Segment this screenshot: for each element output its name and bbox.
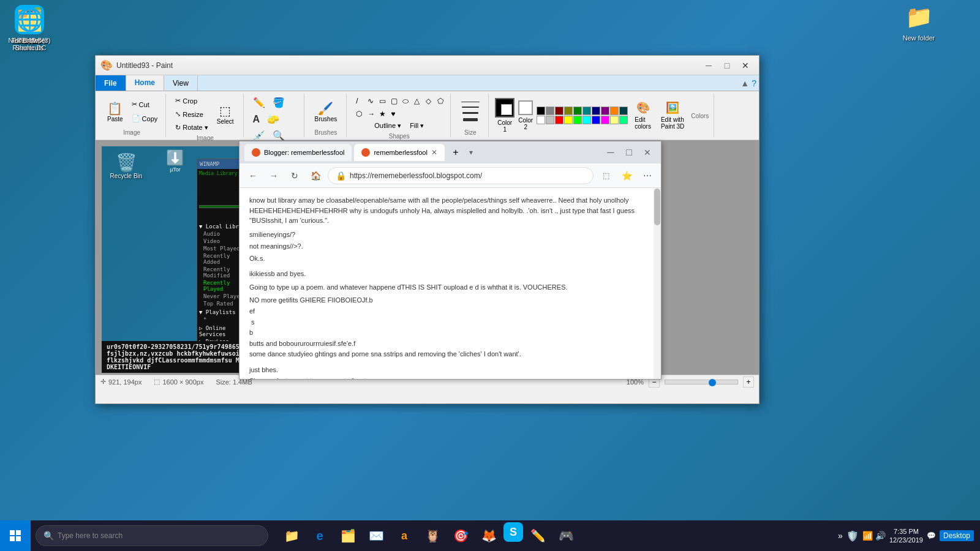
browser-extensions-button[interactable]: ⬚ xyxy=(597,167,614,184)
swatch-blue[interactable] xyxy=(592,116,600,124)
edit-colors-button[interactable]: 🎨 Editcolors xyxy=(631,99,654,132)
taskbar-search-box[interactable]: 🔍 Type here to search xyxy=(36,525,268,546)
diamond-shape[interactable]: ◇ xyxy=(423,95,434,107)
copy-button[interactable]: 📄 Copy xyxy=(129,113,161,124)
curve-shape[interactable]: ∿ xyxy=(364,95,375,107)
swatch-gray[interactable] xyxy=(546,107,554,115)
select-button[interactable]: ⬚ Select xyxy=(213,102,238,127)
eraser-button[interactable]: 🧽 xyxy=(264,111,282,127)
ribbon-tab-home[interactable]: Home xyxy=(126,75,164,91)
zoom-in-button[interactable]: + xyxy=(743,377,754,388)
swatch-yellow[interactable] xyxy=(564,116,573,124)
cut-button[interactable]: ✂ Cut xyxy=(129,99,161,110)
browser-url-bar[interactable]: 🔒 https://rememeberlessfool.blogspot.com… xyxy=(328,167,594,184)
taskbar-tripadvisor-button[interactable]: 🦉 xyxy=(419,522,446,549)
taskbar-expand-icon[interactable]: » xyxy=(838,531,843,541)
zoom-slider-thumb[interactable] xyxy=(709,379,716,386)
desktop-button[interactable]: Desktop xyxy=(940,530,974,541)
paste-button[interactable]: 📋 Paste xyxy=(103,99,127,124)
triangle-shape[interactable]: △ xyxy=(411,95,422,107)
browser-maximize-button[interactable]: □ xyxy=(620,144,638,161)
paint-maximize-button[interactable]: □ xyxy=(718,59,736,72)
browser-forward-button[interactable]: → xyxy=(265,167,282,184)
swatch-silver[interactable] xyxy=(546,116,554,124)
text-button[interactable]: A xyxy=(250,111,263,127)
swatch-green[interactable] xyxy=(573,107,582,115)
rect-shape[interactable]: ▭ xyxy=(376,95,387,107)
taskbar-clock[interactable]: 7:35 PM 12/23/2019 xyxy=(889,527,923,545)
network-icon[interactable]: 📶 xyxy=(862,531,873,541)
swatch-magenta[interactable] xyxy=(601,116,609,124)
browser-tab-1[interactable]: Blogger: rememberlessfool xyxy=(244,144,352,161)
tab-menu-button[interactable]: ▾ xyxy=(469,148,473,157)
swatch-lime[interactable] xyxy=(573,116,582,124)
resize-button[interactable]: ⤡ Resize xyxy=(172,108,211,120)
hexagon-shape[interactable]: ⬡ xyxy=(353,108,364,120)
browser-tab-2[interactable]: rememberlessfool ✕ xyxy=(354,144,444,161)
line-shape[interactable]: / xyxy=(353,95,364,107)
browser-minimize-button[interactable]: ─ xyxy=(602,144,619,161)
paint-titlebar[interactable]: 🎨 Untitled93 - Paint ─ □ ✕ xyxy=(96,56,759,75)
round-rect-shape[interactable]: ▢ xyxy=(388,95,399,107)
edit-with-paint3d-button[interactable]: 🖼️ Edit withPaint 3D xyxy=(658,99,687,132)
taskbar-app10-button[interactable]: 🎮 xyxy=(552,522,579,549)
arrow-shape[interactable]: → xyxy=(364,108,375,120)
zoom-slider[interactable] xyxy=(665,380,738,384)
taskbar-edge-button[interactable]: e xyxy=(306,522,333,549)
swatch-lightyellow[interactable] xyxy=(610,116,619,124)
size-selector[interactable] xyxy=(461,102,480,121)
rotate-button[interactable]: ↻ Rotate ▾ xyxy=(172,122,211,133)
paint-minimize-button[interactable]: ─ xyxy=(700,59,717,72)
pencil-button[interactable]: ✏️ xyxy=(250,95,268,110)
paint-close-button[interactable]: ✕ xyxy=(737,59,754,72)
color1-swatch[interactable] xyxy=(495,98,514,118)
swatch-navy[interactable] xyxy=(592,107,600,115)
taskbar-skype-button[interactable]: S xyxy=(503,522,523,542)
new-tab-button[interactable]: + xyxy=(447,144,464,161)
action-center-icon[interactable]: 💬 xyxy=(927,531,936,540)
ellipse-shape[interactable]: ⬭ xyxy=(399,95,410,107)
browser-bookmark-button[interactable]: ⭐ xyxy=(618,167,635,184)
browser-more-button[interactable]: ⋯ xyxy=(639,167,656,184)
swatch-mint[interactable] xyxy=(619,116,628,124)
ribbon-collapse-button[interactable]: ▲ xyxy=(741,78,749,88)
swatch-cyan[interactable] xyxy=(582,116,591,124)
swatch-white[interactable] xyxy=(537,116,545,124)
color2-swatch[interactable] xyxy=(518,100,533,115)
browser-home-button[interactable]: 🏠 xyxy=(307,167,324,184)
taskbar-firefox-button[interactable]: 🦊 xyxy=(475,522,502,549)
brushes-button[interactable]: 🖌️ Brushes xyxy=(311,99,342,124)
ribbon-help-button[interactable]: ? xyxy=(752,78,756,88)
browser-close-button[interactable]: ✕ xyxy=(639,144,656,161)
outline-button[interactable]: Outline ▾ xyxy=(371,120,404,132)
tor-browser-icon[interactable]: 🌐 Tor Browser xyxy=(5,2,54,47)
new-folder-icon[interactable]: 📁 New folder xyxy=(894,0,943,44)
ribbon-tab-view[interactable]: View xyxy=(164,75,198,91)
swatch-darkred[interactable] xyxy=(555,107,564,115)
taskbar-app7-button[interactable]: 🎯 xyxy=(447,522,474,549)
fill-shape-button[interactable]: Fill ▾ xyxy=(407,120,427,132)
swatch-olive[interactable] xyxy=(564,107,573,115)
taskbar-amazon-button[interactable]: a xyxy=(391,522,418,549)
start-button[interactable] xyxy=(0,520,31,551)
taskbar-mail-button[interactable]: ✉️ xyxy=(363,522,390,549)
swatch-purple[interactable] xyxy=(601,107,609,115)
crop-button[interactable]: ✂ Crop xyxy=(172,95,211,107)
taskbar-app9-button[interactable]: ✏️ xyxy=(524,522,551,549)
swatch-orange[interactable] xyxy=(610,107,619,115)
ribbon-tab-file[interactable]: File xyxy=(96,75,126,91)
fill-button[interactable]: 🪣 xyxy=(270,95,288,110)
pentagon-shape[interactable]: ⬠ xyxy=(434,95,445,107)
swatch-darkteal[interactable] xyxy=(619,107,628,115)
swatch-black[interactable] xyxy=(537,107,545,115)
browser-back-button[interactable]: ← xyxy=(244,167,262,184)
tab2-close-button[interactable]: ✕ xyxy=(431,148,437,157)
swatch-red[interactable] xyxy=(555,116,564,124)
volume-icon[interactable]: 🔊 xyxy=(875,531,886,541)
browser-refresh-button[interactable]: ↻ xyxy=(286,167,303,184)
swatch-teal[interactable] xyxy=(582,107,591,115)
browser-scrollbar[interactable] xyxy=(654,188,661,379)
taskbar-explorer-button[interactable]: 📁 xyxy=(278,522,305,549)
taskbar-avg-notification-icon[interactable]: 🛡️ xyxy=(846,530,859,542)
browser-scrollbar-thumb[interactable] xyxy=(654,189,660,225)
